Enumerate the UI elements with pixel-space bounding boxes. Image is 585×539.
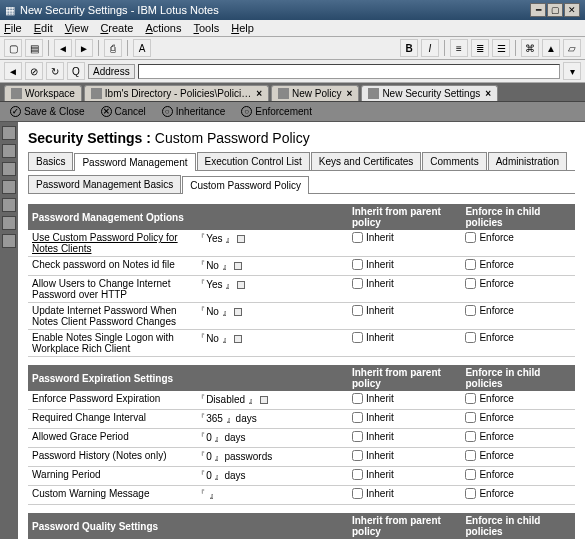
workspace-tab-2[interactable]: New Policy× bbox=[271, 85, 359, 101]
enforce-checkbox[interactable]: Enforce bbox=[465, 305, 513, 316]
main-tabs-basics[interactable]: Basics bbox=[28, 152, 73, 170]
maximize-button[interactable]: ▢ bbox=[547, 3, 563, 17]
workspace-tab-1[interactable]: Ibm's Directory - Policies\Polici…× bbox=[84, 85, 269, 101]
enforce-checkbox[interactable]: Enforce bbox=[465, 232, 513, 243]
tool-save-icon[interactable]: ▤ bbox=[25, 39, 43, 57]
dropdown-icon[interactable] bbox=[260, 396, 268, 404]
enforce-checkbox[interactable]: Enforce bbox=[465, 469, 513, 480]
sub-tabs-custom-password-policy[interactable]: Custom Password Policy bbox=[182, 176, 309, 194]
tool-back-icon[interactable]: ◄ bbox=[54, 39, 72, 57]
menu-edit[interactable]: Edit bbox=[34, 22, 53, 34]
dropdown-icon[interactable] bbox=[237, 235, 245, 243]
action-icon: ✕ bbox=[101, 106, 112, 117]
inherit-checkbox[interactable]: Inherit bbox=[352, 450, 394, 461]
enforce-checkbox[interactable]: Enforce bbox=[465, 332, 513, 343]
inherit-checkbox[interactable]: Inherit bbox=[352, 412, 394, 423]
tool-bold-icon[interactable]: B bbox=[400, 39, 418, 57]
action-bar: ✓Save & Close✕Cancel○Inheritance○Enforce… bbox=[0, 102, 585, 122]
inherit-checkbox[interactable]: Inherit bbox=[352, 332, 394, 343]
menu-help[interactable]: Help bbox=[231, 22, 254, 34]
nav-reload-icon[interactable]: ↻ bbox=[46, 62, 64, 80]
row-value[interactable]: 『0 』days bbox=[193, 467, 348, 486]
side-icon-1[interactable] bbox=[2, 126, 16, 140]
tab-close-icon[interactable]: × bbox=[256, 88, 262, 99]
tool-list-icon[interactable]: ☰ bbox=[492, 39, 510, 57]
enforce-checkbox[interactable]: Enforce bbox=[465, 278, 513, 289]
enforce-checkbox[interactable]: Enforce bbox=[465, 412, 513, 423]
row-label: Allowed Grace Period bbox=[28, 429, 193, 448]
menu-actions[interactable]: Actions bbox=[145, 22, 181, 34]
menu-view[interactable]: View bbox=[65, 22, 89, 34]
main-tabs-comments[interactable]: Comments bbox=[422, 152, 486, 170]
side-icon-2[interactable] bbox=[2, 144, 16, 158]
row-value[interactable]: 『Yes 』 bbox=[193, 276, 348, 303]
main-tabs-keys-and-certificates[interactable]: Keys and Certificates bbox=[311, 152, 422, 170]
row-value[interactable]: 『0 』passwords bbox=[193, 448, 348, 467]
workspace-tab-0[interactable]: Workspace bbox=[4, 85, 82, 101]
tool-attach-icon[interactable]: ▲ bbox=[542, 39, 560, 57]
tool-print-icon[interactable]: ⎙ bbox=[104, 39, 122, 57]
dropdown-icon[interactable] bbox=[234, 262, 242, 270]
inherit-checkbox[interactable]: Inherit bbox=[352, 431, 394, 442]
inherit-checkbox[interactable]: Inherit bbox=[352, 278, 394, 289]
enforce-checkbox[interactable]: Enforce bbox=[465, 393, 513, 404]
inherit-checkbox[interactable]: Inherit bbox=[352, 259, 394, 270]
enforce-checkbox[interactable]: Enforce bbox=[465, 431, 513, 442]
enforce-checkbox[interactable]: Enforce bbox=[465, 259, 513, 270]
enforce-checkbox[interactable]: Enforce bbox=[465, 450, 513, 461]
tool-highlight-icon[interactable]: ▱ bbox=[563, 39, 581, 57]
tool-forward-icon[interactable]: ► bbox=[75, 39, 93, 57]
row-value[interactable]: 『 』 bbox=[193, 486, 348, 505]
row-value[interactable]: 『365 』days bbox=[193, 410, 348, 429]
workspace-tab-3[interactable]: New Security Settings× bbox=[361, 85, 498, 101]
inherit-checkbox[interactable]: Inherit bbox=[352, 469, 394, 480]
close-button[interactable]: ✕ bbox=[564, 3, 580, 17]
side-icon-3[interactable] bbox=[2, 162, 16, 176]
menu-tools[interactable]: Tools bbox=[194, 22, 220, 34]
tool-font-icon[interactable]: A bbox=[133, 39, 151, 57]
row-value[interactable]: 『No 』 bbox=[193, 303, 348, 330]
inherit-checkbox[interactable]: Inherit bbox=[352, 305, 394, 316]
main-tabs-execution-control-list[interactable]: Execution Control List bbox=[197, 152, 310, 170]
tab-close-icon[interactable]: × bbox=[485, 88, 491, 99]
nav-back-icon[interactable]: ◄ bbox=[4, 62, 22, 80]
row-value[interactable]: 『Yes 』 bbox=[193, 230, 348, 257]
tool-italic-icon[interactable]: I bbox=[421, 39, 439, 57]
row-value[interactable]: 『Disabled 』 bbox=[193, 391, 348, 410]
side-icon-5[interactable] bbox=[2, 198, 16, 212]
minimize-button[interactable]: ━ bbox=[530, 3, 546, 17]
nav-stop-icon[interactable]: ⊘ bbox=[25, 62, 43, 80]
action-save-close[interactable]: ✓Save & Close bbox=[6, 105, 89, 118]
tool-align-center-icon[interactable]: ≣ bbox=[471, 39, 489, 57]
tool-open-icon[interactable]: ▢ bbox=[4, 39, 22, 57]
menu-create[interactable]: Create bbox=[100, 22, 133, 34]
tool-align-left-icon[interactable]: ≡ bbox=[450, 39, 468, 57]
action-cancel[interactable]: ✕Cancel bbox=[97, 105, 150, 118]
inherit-checkbox[interactable]: Inherit bbox=[352, 488, 394, 499]
action-inheritance[interactable]: ○Inheritance bbox=[158, 105, 229, 118]
enforce-checkbox[interactable]: Enforce bbox=[465, 488, 513, 499]
row-value[interactable]: 『No 』 bbox=[193, 257, 348, 276]
main-tabs-administration[interactable]: Administration bbox=[488, 152, 567, 170]
side-icon-4[interactable] bbox=[2, 180, 16, 194]
dropdown-icon[interactable] bbox=[237, 281, 245, 289]
address-dropdown-icon[interactable]: ▾ bbox=[563, 62, 581, 80]
address-input[interactable] bbox=[138, 64, 560, 79]
sub-tabs-password-management-basics[interactable]: Password Management Basics bbox=[28, 175, 181, 193]
row-value[interactable]: 『0 』days bbox=[193, 429, 348, 448]
dropdown-icon[interactable] bbox=[234, 335, 242, 343]
nav-search-icon[interactable]: Q bbox=[67, 62, 85, 80]
main-tabs-password-management[interactable]: Password Management bbox=[74, 153, 195, 171]
side-icon-7[interactable] bbox=[2, 234, 16, 248]
action-enforcement[interactable]: ○Enforcement bbox=[237, 105, 316, 118]
inherit-checkbox[interactable]: Inherit bbox=[352, 232, 394, 243]
inherit-checkbox[interactable]: Inherit bbox=[352, 393, 394, 404]
tab-close-icon[interactable]: × bbox=[347, 88, 353, 99]
menu-file[interactable]: File bbox=[4, 22, 22, 34]
row-value[interactable]: 『No 』 bbox=[193, 330, 348, 357]
side-icon-6[interactable] bbox=[2, 216, 16, 230]
dropdown-icon[interactable] bbox=[234, 308, 242, 316]
enforce-header: Enforce in child policies bbox=[461, 365, 575, 391]
tool-link-icon[interactable]: ⌘ bbox=[521, 39, 539, 57]
table-row: Update Internet Password When Notes Clie… bbox=[28, 303, 575, 330]
